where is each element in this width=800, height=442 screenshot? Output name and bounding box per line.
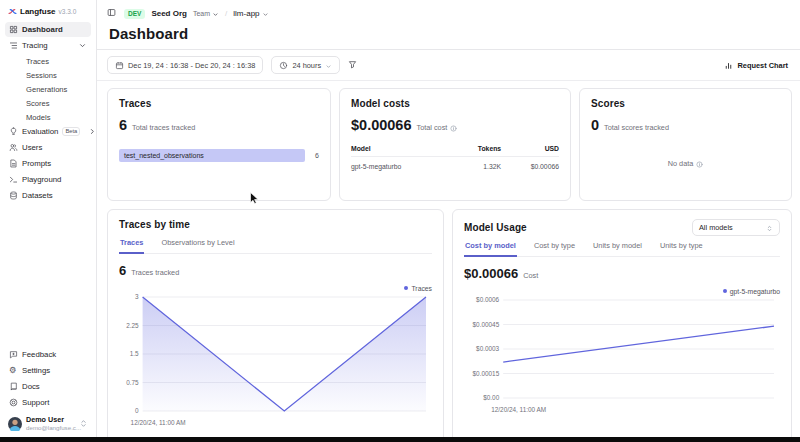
model-legend-dot bbox=[723, 289, 727, 293]
trace-bar-row[interactable]: test_nested_observations 6 bbox=[119, 149, 319, 162]
sidebar-item-models[interactable]: Models bbox=[5, 110, 91, 124]
traces-by-time-chart: 00.751.52.25312/20/24, 11:00 AM bbox=[119, 292, 432, 428]
all-models-select[interactable]: All models bbox=[692, 219, 780, 236]
cell-model: gpt-5-megaturbo bbox=[351, 157, 454, 173]
time-preset-select[interactable]: 24 hours bbox=[271, 56, 340, 74]
tab-observations-by-level[interactable]: Observations by Level bbox=[160, 238, 235, 253]
sidebar-item-traces[interactable]: Traces bbox=[5, 54, 91, 68]
project-select[interactable]: llm-app bbox=[233, 9, 268, 18]
svg-text:$0.00: $0.00 bbox=[483, 394, 499, 401]
sidebar-item-evaluation[interactable]: Evaluation Beta bbox=[5, 124, 91, 139]
beta-badge: Beta bbox=[62, 127, 80, 136]
sidebar-item-label: Datasets bbox=[22, 191, 53, 200]
sidebar-footer: Feedback ⚙ Settings Docs Support bbox=[5, 347, 91, 433]
screen-bottom-bar bbox=[0, 437, 800, 442]
org-plan-select[interactable]: Team bbox=[193, 10, 219, 17]
sidebar-item-feedback[interactable]: Feedback bbox=[5, 347, 91, 362]
scores-count: 0 bbox=[591, 117, 599, 133]
chevron-down-icon bbox=[262, 10, 269, 17]
sidebar-item-label: Users bbox=[22, 143, 42, 152]
time-preset-value: 24 hours bbox=[292, 61, 321, 70]
users-icon bbox=[9, 143, 18, 152]
sidebar-item-label: Prompts bbox=[22, 159, 51, 168]
tab-cost-by-type[interactable]: Cost by type bbox=[533, 241, 576, 256]
card-title: Model Usage bbox=[464, 222, 527, 233]
svg-text:12/20/24, 11:00 AM: 12/20/24, 11:00 AM bbox=[131, 419, 186, 426]
traces-count: 6 bbox=[119, 117, 127, 133]
model-usage-card: Model Usage All models Cost by model Cos… bbox=[452, 209, 792, 442]
info-icon[interactable] bbox=[450, 124, 457, 131]
model-legend-label: gpt-5-megaturbo bbox=[730, 288, 780, 295]
table-row[interactable]: gpt-5-megaturbo 1.32K $0.00066 bbox=[351, 157, 559, 173]
sidebar-item-dashboard[interactable]: Dashboard bbox=[5, 22, 91, 37]
trace-bar-value: 6 bbox=[311, 152, 319, 159]
svg-text:$0.0006: $0.0006 bbox=[476, 296, 500, 303]
sidebar-item-tracing[interactable]: Tracing bbox=[5, 38, 91, 53]
sidebar-item-label: Dashboard bbox=[22, 25, 63, 34]
cell-tokens: 1.32K bbox=[454, 157, 502, 173]
avatar bbox=[8, 417, 22, 431]
sidebar-item-sessions[interactable]: Sessions bbox=[5, 68, 91, 82]
filter-toolbar: Dec 19, 24 : 16:38 - Dec 20, 24 : 16:38 … bbox=[97, 50, 800, 81]
model-costs-table: Model Tokens USD gpt-5-megaturbo 1.32K $… bbox=[351, 143, 559, 172]
scores-count-label: Total scores tracked bbox=[604, 123, 669, 132]
svg-text:$0.00015: $0.00015 bbox=[473, 370, 500, 377]
sidebar-item-label: Playground bbox=[22, 175, 61, 184]
col-model: Model bbox=[351, 143, 454, 157]
chevron-right-icon bbox=[88, 127, 97, 136]
sidebar-item-generations[interactable]: Generations bbox=[5, 82, 91, 96]
chevron-down-icon bbox=[212, 10, 219, 17]
chart-legend: Traces bbox=[119, 284, 432, 292]
file-text-icon bbox=[9, 159, 18, 168]
tab-units-by-type[interactable]: Units by type bbox=[659, 241, 704, 256]
traces-legend-dot bbox=[404, 286, 408, 290]
org-name[interactable]: Seed Org bbox=[151, 9, 187, 18]
sidebar-item-support[interactable]: Support bbox=[5, 395, 91, 410]
request-chart-button[interactable]: Request Chart bbox=[724, 61, 788, 70]
svg-text:1.5: 1.5 bbox=[130, 350, 139, 357]
dashboard-icon bbox=[9, 25, 18, 34]
sidebar-item-label: Support bbox=[22, 398, 49, 407]
filter-icon[interactable] bbox=[348, 60, 358, 70]
svg-text:3: 3 bbox=[135, 293, 139, 300]
sidebar-item-label: Feedback bbox=[22, 350, 56, 359]
panel-toggle-icon[interactable] bbox=[107, 8, 118, 19]
sidebar-item-settings[interactable]: ⚙ Settings bbox=[5, 363, 91, 378]
tab-units-by-model[interactable]: Units by model bbox=[592, 241, 643, 256]
tab-cost-by-model[interactable]: Cost by model bbox=[464, 241, 517, 257]
svg-text:2.25: 2.25 bbox=[126, 322, 139, 329]
trace-bar[interactable]: test_nested_observations bbox=[119, 149, 305, 162]
total-cost-label: Total cost bbox=[416, 123, 447, 132]
all-models-value: All models bbox=[699, 223, 733, 232]
sidebar-item-docs[interactable]: Docs bbox=[5, 379, 91, 394]
tab-traces[interactable]: Traces bbox=[119, 238, 144, 254]
sidebar-item-datasets[interactable]: Datasets bbox=[5, 188, 91, 203]
org-plan-label: Team bbox=[193, 10, 210, 17]
user-email: demo@langfuse.c... bbox=[26, 424, 71, 431]
message-square-icon bbox=[9, 350, 18, 359]
model-costs-card: Model costs $0.00066 Total cost Model bbox=[339, 88, 571, 201]
langfuse-dashboard: Langfuse v3.3.0 Dashboard Tracing Traces… bbox=[0, 0, 800, 442]
cell-usd: $0.00066 bbox=[501, 157, 559, 173]
card-title: Scores bbox=[591, 98, 780, 109]
calendar-icon bbox=[115, 61, 124, 70]
book-icon bbox=[9, 382, 18, 391]
sidebar-item-label: Settings bbox=[22, 366, 50, 375]
chevron-up-down-icon bbox=[79, 419, 88, 428]
terminal-icon bbox=[9, 175, 18, 184]
info-icon[interactable] bbox=[696, 160, 703, 167]
sidebar-item-prompts[interactable]: Prompts bbox=[5, 156, 91, 171]
bottom-cards-row: Traces by time Traces Observations by Le… bbox=[107, 209, 792, 442]
model-usage-tabs: Cost by model Cost by type Units by mode… bbox=[464, 241, 780, 257]
tracing-submenu: Traces Sessions Generations Scores Model… bbox=[5, 54, 91, 124]
langfuse-logo-icon bbox=[8, 7, 17, 16]
sidebar-item-scores[interactable]: Scores bbox=[5, 96, 91, 110]
scores-card: Scores 0 Total scores tracked No data bbox=[579, 88, 792, 201]
app-logo[interactable]: Langfuse v3.3.0 bbox=[5, 7, 91, 22]
tracing-icon bbox=[9, 41, 18, 50]
user-menu[interactable]: Demo User demo@langfuse.c... bbox=[5, 411, 91, 433]
sidebar-item-users[interactable]: Users bbox=[5, 140, 91, 155]
breadcrumb: DEV Seed Org Team / llm-app bbox=[107, 6, 788, 21]
date-range-picker[interactable]: Dec 19, 24 : 16:38 - Dec 20, 24 : 16:38 bbox=[107, 56, 263, 74]
sidebar-item-playground[interactable]: Playground bbox=[5, 172, 91, 187]
